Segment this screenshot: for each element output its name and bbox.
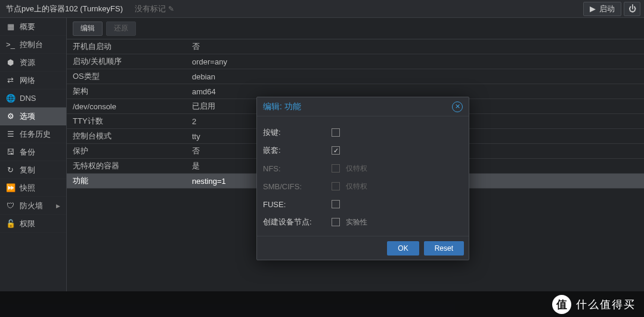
edit-button[interactable]: 编辑 [73,21,103,36]
dialog-footer: OK Reset [257,236,469,260]
row-key: 开机自启动 [73,41,192,52]
table-row[interactable]: 开机自启动否 [67,39,644,54]
sidebar-item-label: 防火墙 [20,201,43,211]
row-value: debian [192,72,638,81]
sidebar-item-label: 快照 [20,183,35,193]
form-field: SMB/CIFS:仅特权 [263,177,463,195]
play-icon: ▶ [590,4,596,13]
sidebar-item[interactable]: 🌐DNS [0,90,66,107]
watermark-bar: 值 什么值得买 [0,291,644,317]
tags-area[interactable]: 没有标记 [135,4,174,14]
row-key: 启动/关机顺序 [73,56,192,67]
field-label: FUSE: [263,200,332,209]
start-label: 启动 [599,4,615,14]
sidebar-item-label: 复制 [20,165,35,176]
toolbar: 编辑 还原 [67,18,644,39]
row-key: 控制台模式 [73,131,192,141]
sidebar: ▦概要>_控制台⬢资源⇄网络🌐DNS⚙选项☰任务历史🖫备份↻复制⏩快照🛡防火墙▶… [0,18,67,291]
revert-button[interactable]: 还原 [106,21,136,36]
row-key: TTY计数 [73,116,192,127]
row-value: order=any [192,57,638,66]
row-key: /dev/console [73,102,192,111]
row-key: 保护 [73,146,192,156]
reset-button[interactable]: Reset [424,241,464,256]
window-title: 节点pve上的容器102 (TurnkeyFS) [6,4,123,14]
sidebar-item-label: 权限 [20,218,35,229]
field-note: 仅特权 [346,181,367,192]
sidebar-item-label: DNS [20,94,36,103]
form-field: 创建设备节点:实验性 [263,213,463,231]
form-field: FUSE: [263,195,463,213]
row-key: 架构 [73,86,192,97]
title-bar: 节点pve上的容器102 (TurnkeyFS) 没有标记 ▶ 启动 ⏻ [0,0,644,18]
dialog-header: 编辑: 功能 ✕ [257,97,469,116]
form-field: NFS:仅特权 [263,159,463,177]
dialog-body: 按键:嵌套:✓NFS:仅特权SMB/CIFS:仅特权FUSE:创建设备节点:实验… [257,116,469,236]
field-label: 按键: [263,127,332,138]
brand: 值 什么值得买 [552,295,636,314]
sidebar-item[interactable]: ⚙选项 [0,107,66,125]
sidebar-item[interactable]: ☰任务历史 [0,125,66,143]
pencil-icon[interactable] [168,4,174,13]
sidebar-item-icon: 🛡 [6,201,15,210]
sidebar-item-icon: ↻ [6,165,15,174]
brand-icon: 值 [552,295,571,314]
sidebar-item[interactable]: 🔓权限 [0,215,66,233]
sidebar-item-label: 选项 [20,111,35,122]
table-row[interactable]: 启动/关机顺序order=any [67,54,644,69]
sidebar-item-label: 备份 [20,147,35,158]
sidebar-item-icon: ▦ [6,22,15,31]
checkbox [332,182,340,190]
sidebar-item-label: 资源 [20,57,35,68]
row-key: OS类型 [73,71,192,82]
sidebar-item-label: 概要 [20,21,35,32]
sidebar-item-icon: 🌐 [6,94,15,103]
sidebar-item-icon: 🖫 [6,147,15,156]
row-key: 无特权的容器 [73,161,192,171]
field-label: SMB/CIFS: [263,182,332,191]
sidebar-item-label: 网络 [20,75,35,86]
checkbox [332,164,340,173]
sidebar-item-icon: ⚙ [6,112,15,121]
sidebar-item-icon: ⏩ [6,183,15,192]
power-icon: ⏻ [628,4,636,13]
sidebar-item[interactable]: ⏩快照 [0,179,66,197]
chevron-right-icon: ▶ [56,203,60,209]
sidebar-item[interactable]: ⇄网络 [0,72,66,90]
field-note: 实验性 [346,217,367,227]
table-row[interactable]: OS类型debian [67,69,644,84]
row-key: 功能 [73,176,192,186]
sidebar-item[interactable]: >_控制台 [0,36,66,54]
sidebar-item[interactable]: 🖫备份 [0,143,66,161]
checkbox[interactable] [332,218,340,226]
field-note: 仅特权 [346,164,367,174]
tags-label: 没有标记 [135,4,166,14]
field-label: NFS: [263,164,332,173]
row-value: amd64 [192,87,638,96]
form-field: 按键: [263,124,463,141]
edit-features-dialog: 编辑: 功能 ✕ 按键:嵌套:✓NFS:仅特权SMB/CIFS:仅特权FUSE:… [256,97,469,260]
checkbox[interactable] [332,200,340,208]
checkbox[interactable] [332,128,340,137]
ok-button[interactable]: OK [387,241,419,256]
sidebar-item-icon: ⇄ [6,76,15,85]
sidebar-item[interactable]: ▦概要 [0,18,66,36]
brand-text: 什么值得买 [576,297,636,312]
sidebar-item-icon: ⬢ [6,58,15,67]
sidebar-item[interactable]: ↻复制 [0,161,66,179]
sidebar-item[interactable]: ⬢资源 [0,54,66,72]
power-button[interactable]: ⏻ [624,2,640,16]
field-label: 创建设备节点: [263,217,332,227]
sidebar-item[interactable]: 🛡防火墙▶ [0,197,66,215]
sidebar-item-icon: 🔓 [6,219,15,228]
dialog-title: 编辑: 功能 [263,101,301,112]
field-label: 嵌套: [263,145,332,156]
start-button[interactable]: ▶ 启动 [583,2,621,16]
row-value: 否 [192,41,638,52]
form-field: 嵌套:✓ [263,141,463,159]
sidebar-item-label: 控制台 [20,39,43,50]
close-icon[interactable]: ✕ [452,101,463,112]
checkbox[interactable]: ✓ [332,146,340,155]
sidebar-item-label: 任务历史 [20,129,51,140]
sidebar-item-icon: ☰ [6,130,15,139]
